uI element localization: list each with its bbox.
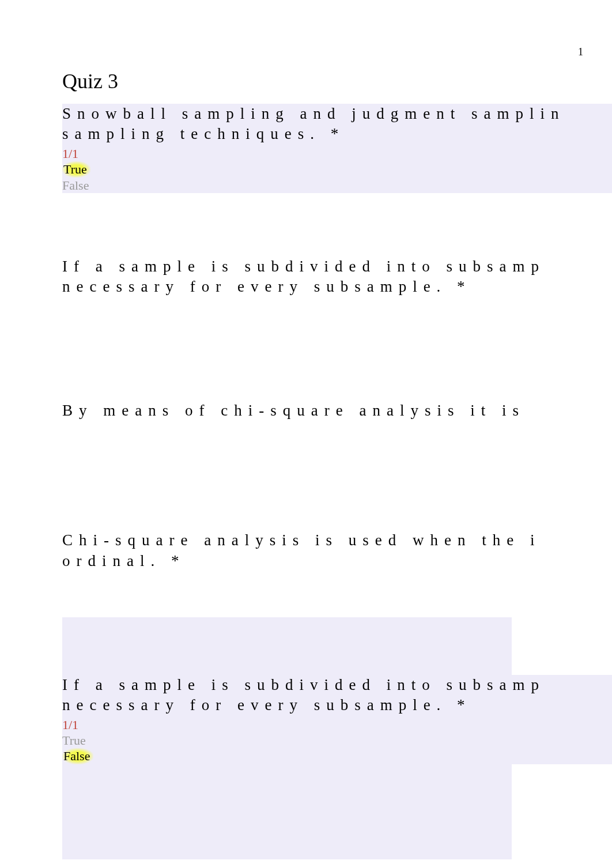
question-5: If a sample is subdivided into subsamp n…: [62, 675, 612, 764]
question-3-line1: By means of chi-square analysis it is: [62, 401, 612, 421]
question-1: Snowball sampling and judgment samplin s…: [62, 104, 612, 193]
question-2-line2: necessary for every subsample. *: [62, 277, 612, 297]
question-4-line2: ordinal. *: [62, 551, 612, 571]
question-1-line1: Snowball sampling and judgment samplin: [62, 104, 612, 124]
highlight-true: True: [62, 161, 90, 178]
highlight-false: False: [62, 748, 93, 764]
question-1-text-wrap: Snowball sampling and judgment samplin s…: [62, 104, 612, 193]
question-3: By means of chi-square analysis it is: [62, 401, 612, 421]
question-1-answer-false: False: [62, 178, 612, 194]
question-1-line2: sampling techniques. *: [62, 124, 612, 144]
question-2-line1: If a sample is subdivided into subsamp: [62, 256, 612, 277]
question-5-line2: necessary for every subsample. *: [62, 695, 612, 715]
question-5-answer-true: True: [62, 733, 612, 749]
question-5-line1: If a sample is subdivided into subsamp: [62, 675, 612, 695]
question-5-answer-false: False: [62, 748, 612, 764]
question-2: If a sample is subdivided into subsamp n…: [62, 256, 612, 297]
question-1-answer-true: True: [62, 161, 612, 178]
question-5-score: 1/1: [62, 718, 612, 733]
question-1-score: 1/1: [62, 146, 612, 161]
question-4: Chi-square analysis is used when the i o…: [62, 530, 612, 571]
page-title: Quiz 3: [62, 69, 612, 93]
page-number: 1: [578, 46, 583, 58]
content-area: Quiz 3 Snowball sampling and judgment sa…: [0, 0, 612, 764]
question-5-text-wrap: If a sample is subdivided into subsamp n…: [62, 675, 612, 764]
question-4-line1: Chi-square analysis is used when the i: [62, 530, 612, 550]
